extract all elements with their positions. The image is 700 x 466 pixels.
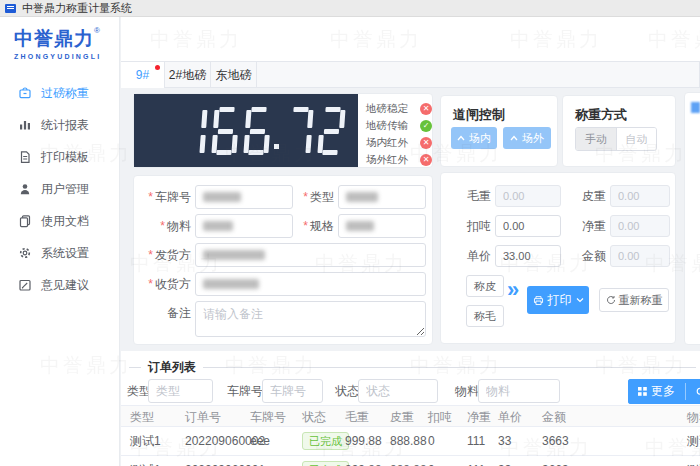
app-icon — [5, 4, 16, 13]
chevron-down-icon — [576, 297, 584, 303]
remark-label: 备注 — [134, 301, 191, 325]
sidebar-item-label: 意见建议 — [41, 277, 89, 294]
scale-tabbar: 9# 2#地磅 东地磅 — [121, 61, 700, 88]
redacted-value — [203, 192, 241, 202]
orders-section-title: 订单列表 — [148, 359, 196, 376]
type-input[interactable] — [338, 185, 426, 209]
cell-type: 测试1 — [130, 456, 161, 466]
scale-display-card: 地磅稳定 地磅传输 场内红外 场外红外 — [133, 93, 433, 168]
status-badge: 已完成 — [302, 432, 349, 450]
col-header: 状态 — [302, 406, 326, 428]
cell-net: 111 — [467, 456, 485, 466]
barrier-inside-button[interactable]: 场内 — [451, 127, 497, 149]
print-button-label: 打印 — [548, 292, 572, 309]
scale-icon — [18, 86, 32, 100]
net-label: 净重 — [572, 215, 606, 237]
orders-section-divider: 订单列表 — [129, 359, 696, 376]
mode-manual-option[interactable]: 手动 — [576, 128, 616, 150]
clipped-link-fragment — [691, 102, 700, 113]
tare-input[interactable] — [610, 185, 670, 207]
tab-scale-east[interactable]: 东地磅 — [211, 62, 257, 88]
scale-lcd — [134, 94, 358, 167]
clipped-side-panel — [684, 92, 700, 345]
filter-type-input[interactable] — [148, 379, 213, 403]
brand-latin: ZHONGYUDINGLI — [14, 53, 101, 60]
printer-icon — [533, 295, 544, 306]
redacted-value — [203, 250, 265, 260]
gross-input[interactable] — [495, 185, 561, 207]
sidebar-item-reports[interactable]: 统计报表 — [18, 115, 119, 135]
net-input[interactable] — [610, 215, 670, 237]
barrier-control-card: 道闸控制 场内 场外 — [440, 95, 558, 167]
amount-label: 金额 — [572, 245, 606, 267]
remark-textarea[interactable] — [195, 301, 426, 337]
tab-scale-9[interactable]: 9# — [121, 62, 165, 88]
cell-type: 测试1 — [130, 427, 161, 456]
filter-plate-input[interactable] — [262, 379, 323, 403]
indicator-label: 场内红外 — [366, 136, 408, 150]
col-header: 单价 — [498, 406, 522, 428]
cell-amount: 3663 — [542, 427, 569, 456]
tab-scale-2[interactable]: 2#地磅 — [165, 62, 211, 88]
col-header: 金额 — [542, 406, 566, 428]
receiver-input[interactable] — [195, 272, 426, 296]
weigh-tare-button[interactable]: 称皮 — [466, 275, 504, 297]
sidebar-item-feedback[interactable]: 意见建议 — [18, 275, 119, 295]
indicator-label: 地磅传输 — [366, 119, 408, 133]
filter-material-input[interactable] — [478, 379, 560, 403]
material-label: 物料 — [134, 214, 191, 238]
amount-input[interactable] — [610, 245, 670, 267]
app-window: 中誉鼎力称重计量系统 中誉鼎力® ZHONGYUDINGLI 过磅称重 统计报表… — [0, 0, 700, 466]
col-header: 皮重 — [390, 406, 414, 428]
barrier-outside-button[interactable]: 场外 — [503, 127, 551, 149]
filter-status-input[interactable] — [358, 379, 438, 403]
sidebar-item-print-templates[interactable]: 打印模板 — [18, 147, 119, 167]
sidebar-item-label: 打印模板 — [41, 149, 89, 166]
bar-chart-icon — [18, 118, 32, 132]
indicator-scale-stable: 地磅稳定 — [366, 100, 432, 117]
cell-material: 测试1 — [687, 427, 700, 456]
type-label: 类型 — [279, 185, 334, 209]
col-header: 车牌号 — [250, 406, 286, 428]
sidebar-item-label: 用户管理 — [41, 181, 89, 198]
weigh-gross-button[interactable]: 称毛 — [466, 305, 504, 327]
sidebar-nav: 过磅称重 统计报表 打印模板 用户管理 使用文档 系统设置 — [0, 71, 119, 307]
barrier-outside-label: 场外 — [522, 131, 544, 146]
sidebar-item-settings[interactable]: 系统设置 — [18, 243, 119, 263]
scale-display-digits — [174, 107, 344, 155]
search-button[interactable]: 搜索 — [686, 379, 700, 404]
sidebar-item-docs[interactable]: 使用文档 — [18, 211, 119, 231]
print-button[interactable]: 打印 — [527, 286, 589, 314]
status-badge: 已完成 — [302, 461, 349, 466]
sidebar-item-label: 统计报表 — [41, 117, 89, 134]
spec-input[interactable] — [338, 214, 426, 238]
redacted-value — [346, 192, 378, 202]
filter-button-group: 更多 搜索 — [628, 379, 700, 404]
cell-deduct: 0 — [428, 456, 435, 466]
sidebar-item-weighing[interactable]: 过磅称重 — [18, 83, 119, 103]
double-chevron-icon: » — [507, 277, 519, 303]
tab-alert-dot — [155, 65, 160, 70]
filter-plate-label: 车牌号 — [227, 379, 263, 403]
tab-label: 东地磅 — [216, 68, 252, 82]
brand-name: 中誉鼎力 — [14, 28, 94, 49]
search-icon — [696, 387, 700, 397]
sidebar-item-label: 使用文档 — [41, 213, 89, 230]
sidebar-item-users[interactable]: 用户管理 — [18, 179, 119, 199]
reweigh-button[interactable]: 重新称重 — [599, 288, 669, 312]
refresh-icon — [606, 295, 616, 305]
price-input[interactable] — [495, 245, 561, 267]
weigh-form-card: 车牌号 类型 物料 规格 发货方 收货方 备注 — [133, 175, 433, 345]
table-row[interactable]: 测试1 202209060002 eee 已完成 999.88 888.88 0… — [121, 427, 700, 456]
sidebar: 中誉鼎力® ZHONGYUDINGLI 过磅称重 统计报表 打印模板 用户管理 — [0, 17, 120, 466]
sidebar-item-label: 过磅称重 — [41, 85, 89, 102]
mode-auto-option[interactable]: 自动 — [616, 128, 656, 150]
deduct-input[interactable] — [495, 215, 561, 237]
sidebar-item-label: 系统设置 — [41, 245, 89, 262]
cell-plate: eee — [250, 427, 270, 456]
table-row[interactable]: 测试1 202209060001 eee 已完成 999.88 888.88 0… — [121, 456, 700, 466]
cell-status: 已完成 — [302, 456, 349, 466]
sender-input[interactable] — [195, 243, 426, 267]
weigh-mode-title: 称重方式 — [575, 106, 627, 124]
more-button[interactable]: 更多 — [628, 379, 685, 404]
